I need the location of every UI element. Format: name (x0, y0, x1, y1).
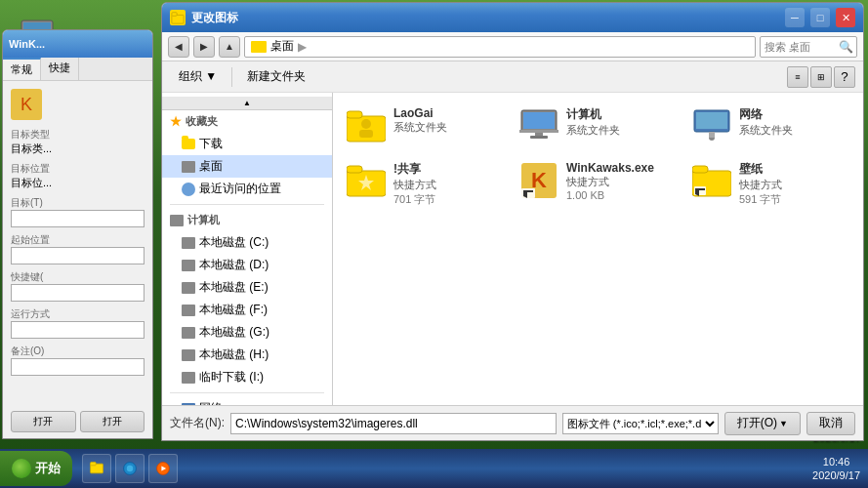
svg-rect-38 (692, 166, 708, 173)
file-computer[interactable]: 计算机 系统文件夹 (514, 101, 682, 151)
nav-network[interactable]: 网络 (162, 397, 332, 405)
computer-file-icon (519, 106, 558, 145)
prop-note-input[interactable] (11, 358, 145, 376)
address-path[interactable]: 桌面 ▶ (244, 36, 756, 58)
prop-icon-area: K (11, 89, 145, 120)
start-button[interactable]: 开始 (0, 451, 72, 486)
nav-disk-g[interactable]: 本地磁盘 (G:) (162, 321, 332, 344)
svg-point-19 (361, 119, 371, 129)
nav-disk-c-icon (182, 237, 195, 249)
prop-run: 运行方式 (11, 307, 145, 339)
prop-target-type: 目标类型 目标类... (11, 128, 145, 156)
nav-recent[interactable]: 最近访问的位置 (162, 178, 332, 200)
prop-icon: K (11, 89, 42, 120)
prop-note: 备注(O) (11, 345, 145, 376)
new-folder-button[interactable]: 新建文件夹 (238, 64, 314, 90)
dialog-content: ▲ ★ 收藏夹 下载 桌面 最近访问的位置 (162, 93, 863, 405)
taskbar: 开始 (0, 449, 868, 488)
nav-disk-i[interactable]: 临时下载 (I:) (162, 366, 332, 388)
nav-disk-h[interactable]: 本地磁盘 (H:) (162, 344, 332, 366)
prop-start-input[interactable] (11, 247, 145, 264)
address-path-text: 桌面 (270, 38, 294, 55)
cancel-button[interactable]: 取消 (806, 412, 855, 435)
nav-clock-icon (182, 183, 195, 196)
nav-disk-i-icon (182, 372, 195, 384)
search-container: 🔍 (760, 36, 857, 58)
nav-favorites-header[interactable]: ★ 收藏夹 (162, 110, 332, 133)
shared-file-size: 701 字节 (393, 192, 436, 207)
address-folder-icon (251, 41, 267, 53)
taskbar-media-icon[interactable] (148, 454, 178, 483)
file-laogai[interactable]: LaoGai 系统文件夹 (341, 101, 510, 151)
nav-desktop[interactable]: 桌面 (162, 155, 332, 178)
nav-scroll-up[interactable]: ▲ (162, 97, 332, 110)
nav-panel: ▲ ★ 收藏夹 下载 桌面 最近访问的位置 (162, 93, 333, 405)
open-button[interactable]: 打开(O) ▼ (724, 412, 801, 435)
prop-buttons: 打开 打开 (11, 411, 145, 432)
wallpaper-type: 快捷方式 (739, 178, 782, 192)
filetype-select[interactable]: 图标文件 (*.ico;*.icl;*.exe;*.dll (562, 413, 719, 434)
laogai-icon (347, 106, 386, 145)
winkawaks-name: WinKawaks.exe (566, 161, 654, 175)
taskbar-browser-icon[interactable] (115, 454, 145, 483)
prop-start: 起始位置 (11, 233, 145, 264)
properties-titlebar: WinK... (3, 30, 152, 58)
nav-disk-d[interactable]: 本地磁盘 (D:) (162, 254, 332, 276)
tab-general[interactable]: 常规 (3, 58, 41, 80)
prop-open-btn[interactable]: 打开 (11, 411, 76, 432)
taskbar-explorer-icon[interactable] (82, 454, 111, 483)
file-shared[interactable]: !共享 快捷方式 701 字节 (341, 155, 510, 213)
laogai-info: LaoGai 系统文件夹 (393, 106, 447, 135)
address-bar: ◀ ▶ ▲ 桌面 ▶ 🔍 (162, 32, 863, 61)
up-button[interactable]: ▲ (219, 36, 240, 58)
taskbar-tray: 10:46 2020/9/17 (805, 455, 868, 483)
organize-button[interactable]: 组织 ▼ (170, 64, 226, 90)
file-area: LaoGai 系统文件夹 (333, 93, 863, 405)
wallpaper-info: 壁纸 快捷方式 591 字节 (739, 161, 782, 207)
close-button[interactable]: ✕ (836, 8, 855, 27)
nav-disk-f[interactable]: 本地磁盘 (F:) (162, 299, 332, 321)
nav-divider-1 (170, 204, 324, 205)
svg-rect-22 (523, 112, 555, 129)
prop-target-input[interactable] (11, 210, 145, 227)
file-network[interactable]: 网络 系统文件夹 (686, 101, 855, 151)
nav-downloads[interactable]: 下载 (162, 133, 332, 155)
view-list-btn[interactable]: ≡ (787, 66, 808, 88)
nav-desktop-icon (182, 161, 195, 173)
filename-input[interactable] (230, 413, 557, 434)
dialog-title-icon (170, 10, 186, 25)
svg-rect-18 (347, 111, 362, 118)
nav-disk-e[interactable]: 本地磁盘 (E:) (162, 276, 332, 299)
svg-point-44 (127, 466, 133, 471)
prop-target-location: 目标位置 目标位... (11, 162, 145, 190)
nav-disk-d-icon (182, 260, 195, 271)
winkawaks-icon: K (519, 161, 558, 200)
svg-rect-27 (696, 112, 727, 129)
taskbar-time-value: 10:46 (812, 455, 860, 468)
dialog-titlebar: 更改图标 ─ □ ✕ (162, 3, 863, 32)
computer-file-name: 计算机 (566, 106, 620, 123)
minimize-button[interactable]: ─ (785, 8, 805, 27)
file-wallpaper[interactable]: 壁纸 快捷方式 591 字节 (686, 155, 855, 213)
shared-file-type: 快捷方式 (393, 178, 436, 192)
view-icons-btn[interactable]: ⊞ (810, 66, 832, 88)
tab-shortcut[interactable]: 快捷 (41, 58, 79, 80)
prop-run-input[interactable] (11, 321, 145, 339)
prop-change-icon-btn[interactable]: 打开 (80, 411, 145, 432)
nav-computer-icon (170, 215, 184, 226)
view-help-btn[interactable]: ? (834, 66, 855, 88)
forward-button[interactable]: ▶ (193, 36, 215, 58)
properties-title: WinK... (9, 38, 45, 50)
back-button[interactable]: ◀ (168, 36, 189, 58)
taskbar-pinned-icons (82, 454, 178, 483)
nav-disk-g-icon (182, 327, 195, 339)
maximize-button[interactable]: □ (810, 8, 830, 27)
taskbar-clock[interactable]: 10:46 2020/9/17 (812, 455, 860, 483)
nav-computer-header[interactable]: 计算机 (162, 209, 332, 231)
winkawaks-size: 1.00 KB (566, 189, 654, 201)
prop-target: 目标(T) (11, 196, 145, 227)
file-winkawaks[interactable]: K WinKawaks.exe 快捷方式 1.00 KB (514, 155, 682, 213)
prop-shortcut-input[interactable] (11, 284, 145, 302)
nav-disk-c[interactable]: 本地磁盘 (C:) (162, 231, 332, 254)
winkawaks-info: WinKawaks.exe 快捷方式 1.00 KB (566, 161, 654, 201)
